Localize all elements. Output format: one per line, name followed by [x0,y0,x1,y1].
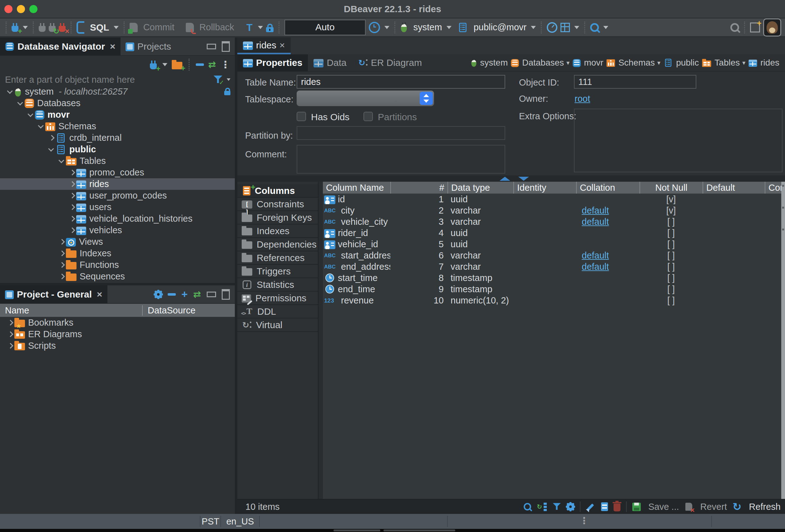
table-row[interactable]: end_time 9 timestamp [ ] [323,283,785,295]
table-row[interactable]: id 1 uuid [v] [323,194,785,205]
tree-item[interactable]: crdb_internal [0,132,235,144]
notnull-checkbox[interactable]: [ ] [639,261,703,272]
tree-item[interactable]: Databases [0,97,235,109]
notnull-checkbox[interactable]: [ ] [639,272,703,283]
tree-item[interactable]: vehicle_location_histories [0,213,235,225]
notnull-checkbox[interactable]: [ ] [639,227,703,238]
grid-search-icon[interactable] [524,503,531,510]
notnull-checkbox[interactable]: [v] [639,194,703,205]
rollback-button[interactable]: Rollback [200,22,234,32]
chevron-down-icon[interactable] [574,26,579,29]
rollback-icon[interactable] [186,23,194,32]
object-id-input[interactable] [574,75,696,88]
tab-database-navigator[interactable]: Database Navigator × [0,37,121,55]
chevron-down-icon[interactable]: ▾ [657,59,660,67]
section-tab[interactable]: Statistics [237,278,318,292]
table-row[interactable]: revenue 10 numeric(10, 2) [ ] [323,295,785,306]
notnull-checkbox[interactable]: [v] [639,205,703,216]
grid-filter-icon[interactable] [553,503,561,510]
transaction-mode-select[interactable]: Auto [284,20,365,35]
new-folder-icon[interactable] [172,62,182,69]
tree-item[interactable]: user_promo_codes [0,190,235,201]
column-header-notnull[interactable]: Not Null [639,182,703,194]
breadcrumb-item[interactable]: system [470,58,508,68]
table-row[interactable]: city 2 varchar default [v] [323,205,785,216]
partition-by-input[interactable] [297,126,505,140]
schema-icon[interactable] [459,23,466,32]
column-header-identity[interactable]: Identity [513,182,576,194]
collapse-up-icon[interactable] [500,177,510,181]
project-tree-item[interactable]: Bookmarks [0,317,235,328]
chevron-down-icon[interactable] [162,63,167,66]
quick-search-icon[interactable] [730,23,739,32]
chevron-down-icon[interactable] [113,26,119,29]
tree-expand-arrow[interactable] [57,237,66,246]
tablespace-select[interactable] [297,91,434,106]
section-tab[interactable]: Constraints [237,198,318,211]
section-tab[interactable]: Indexes [237,225,318,238]
tree-expand-arrow[interactable] [57,157,66,166]
tree-item[interactable]: vehicles [0,225,235,236]
tree-item[interactable]: Tables [0,155,235,167]
chevron-down-icon[interactable] [23,26,28,29]
breadcrumb-item[interactable]: Databases ▾ [510,58,569,68]
sql-editor-icon[interactable] [76,21,84,34]
tab-properties[interactable]: Properties [237,54,308,71]
notnull-checkbox[interactable]: [ ] [639,216,703,227]
breadcrumb-item[interactable]: rides [748,58,779,68]
tab-project-general[interactable]: Project - General × [0,285,107,303]
comment-textarea[interactable] [297,145,505,174]
tree-expand-arrow[interactable] [6,87,15,96]
tree-expand-arrow[interactable] [68,192,76,200]
tree-item[interactable]: promo_codes [0,167,235,178]
link-with-editor-icon[interactable]: ⇄ [208,60,216,69]
breadcrumb-item[interactable]: public [663,58,699,68]
disconnect-icon[interactable]: × [59,26,66,32]
table-row[interactable]: rider_id 4 uuid [ ] [323,227,785,238]
compile-icon[interactable] [560,23,570,32]
tree-expand-arrow[interactable] [57,272,66,281]
tree-expand-arrow[interactable] [57,261,66,270]
tree-item[interactable]: Sequences [0,271,235,282]
chevron-down-icon[interactable] [384,26,389,29]
tree-expand-arrow[interactable] [68,226,76,235]
chevron-down-icon[interactable] [227,78,230,81]
search-metadata-icon[interactable] [590,23,599,32]
table-row[interactable]: vehicle_id 5 uuid [ ] [323,238,785,250]
notnull-checkbox[interactable]: [ ] [639,238,703,250]
column-header-collation[interactable]: Collation [576,182,639,194]
statusbar-grip-icon[interactable]: ⋮ [580,515,589,526]
collation-link[interactable]: default [582,205,609,216]
reconnect-icon[interactable]: ↻ [49,26,56,32]
tree-expand-arrow[interactable] [68,203,76,212]
minimize-panel-icon[interactable] [207,44,216,49]
chevron-down-icon[interactable]: ▾ [566,59,569,67]
tree-item[interactable]: Views [0,236,235,248]
revert-button[interactable]: Revert [700,502,727,512]
connection-selector[interactable]: system [413,22,442,32]
section-tab[interactable]: Dependencies [237,238,318,251]
project-tree-item[interactable]: ER Diagrams [0,328,235,340]
transaction-history-icon[interactable] [369,22,380,33]
tree-item[interactable]: Functions [0,259,235,271]
table-row[interactable]: vehicle_city 3 varchar default [ ] [323,216,785,227]
view-menu-icon[interactable]: ⋮ [221,60,230,69]
table-name-input[interactable] [297,75,505,88]
notnull-checkbox[interactable]: [ ] [639,283,703,295]
tree-item[interactable]: public [0,144,235,155]
breadcrumb-item[interactable]: movr [572,58,603,68]
tree-item[interactable]: Indexes [0,248,235,259]
tree-expand-arrow[interactable] [26,110,35,119]
has-oids-checkbox[interactable] [297,112,306,121]
tree-expand-arrow[interactable] [16,99,25,108]
object-filter-input[interactable] [4,74,210,85]
close-icon[interactable]: × [110,41,116,52]
breadcrumb-item[interactable]: Schemas ▾ [606,58,660,68]
tree-item[interactable]: system - localhost:26257 [0,86,235,97]
section-tab[interactable]: Triggers [237,265,318,278]
tree-expand-arrow[interactable] [6,341,15,350]
section-tab[interactable]: DDL [237,305,318,319]
link-with-editor-icon[interactable]: ⇄ [193,290,201,299]
refresh-icon[interactable]: ↻ [733,502,742,511]
refresh-structure-icon[interactable] [537,502,547,511]
